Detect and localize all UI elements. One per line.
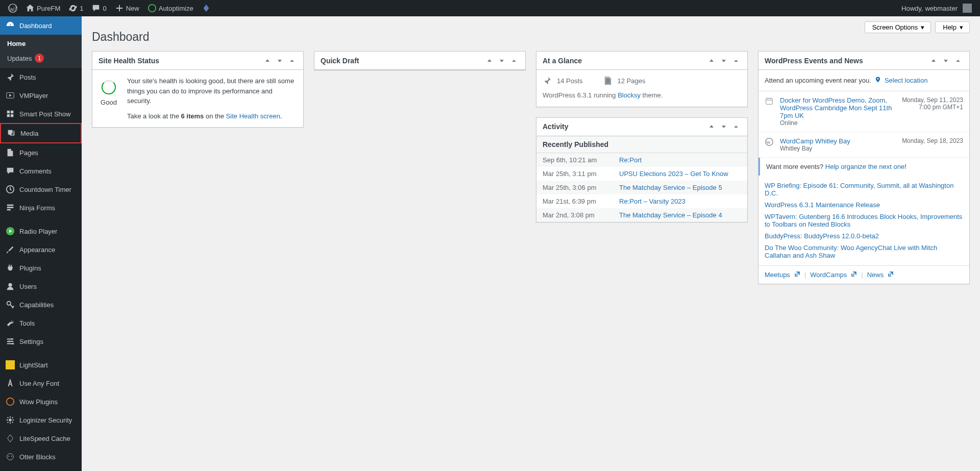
toggle-button[interactable] <box>731 56 741 66</box>
move-up-button[interactable] <box>706 56 717 66</box>
event-title-link[interactable]: Docker for WordPress Demo, Zoom, WordPre… <box>780 96 897 119</box>
sidebar-item-smart-post-show[interactable]: Smart Post Show <box>0 105 82 123</box>
toggle-button[interactable] <box>287 56 297 66</box>
sidebar-item-label: Radio Player <box>19 228 57 235</box>
sidebar-item-comments[interactable]: Comments <box>0 162 82 180</box>
activity-post-link[interactable]: Re:Port <box>619 156 642 164</box>
litespeed-bar-link[interactable] <box>198 0 215 16</box>
toggle-button[interactable] <box>731 121 741 132</box>
select-location-link[interactable]: Select location <box>885 77 928 84</box>
activity-date: Mar 21st, 6:39 pm <box>543 197 619 205</box>
svg-rect-5 <box>7 114 10 117</box>
wordcamps-link[interactable]: WordCamps <box>810 271 847 279</box>
chevron-down-icon: ▾ <box>921 23 924 31</box>
news-link-item[interactable]: BuddyPress: BuddyPress 12.0.0-beta2 <box>765 232 879 240</box>
svg-rect-9 <box>7 205 14 206</box>
toggle-button[interactable] <box>509 56 519 66</box>
move-up-button[interactable] <box>928 56 939 66</box>
activity-row: Mar 25th, 3:06 pmThe Matchday Service – … <box>536 181 747 194</box>
comment-icon <box>5 166 15 176</box>
site-health-link[interactable]: Site Health screen <box>226 112 280 120</box>
form-icon <box>5 203 15 213</box>
sidebar-item-ninjaforms[interactable]: Ninja Forms <box>0 199 82 217</box>
wp-logo[interactable] <box>4 0 21 16</box>
sidebar-item-vmplayer[interactable]: VMPlayer <box>0 86 82 105</box>
move-down-button[interactable] <box>719 121 729 132</box>
site-health-widget: Site Health Status Good Your <box>92 51 304 128</box>
move-up-button[interactable] <box>484 56 495 66</box>
updates-badge: 1 <box>35 54 44 63</box>
move-down-button[interactable] <box>941 56 951 66</box>
meetups-link[interactable]: Meetups <box>765 271 790 279</box>
comments-link[interactable]: 0 <box>87 0 110 16</box>
activity-row: Mar 21st, 6:39 pmRe:Port – Varsity 2023 <box>536 194 747 208</box>
sidebar-item-pages[interactable]: Pages <box>0 143 82 162</box>
news-link[interactable]: News <box>867 271 884 279</box>
move-down-button[interactable] <box>719 56 729 66</box>
sidebar-item-media[interactable]: Media <box>0 123 82 143</box>
want-more-events: Want more events? Help organize the next… <box>758 158 969 176</box>
sidebar-item-plugins[interactable]: Plugins <box>0 259 82 277</box>
at-a-glance-widget: At a Glance 14 Posts 12 Pages WordPress … <box>536 51 748 107</box>
sidebar-item-dashboard[interactable]: Dashboard <box>0 16 82 35</box>
activity-date: Mar 25th, 3:06 pm <box>543 184 619 191</box>
sidebar-item-updates[interactable]: Updates1 <box>0 51 82 66</box>
screen-options-button[interactable]: Screen Options▾ <box>865 21 932 33</box>
activity-post-link[interactable]: The Matchday Service – Episode 4 <box>619 211 722 219</box>
svg-point-7 <box>11 133 13 135</box>
activity-post-link[interactable]: The Matchday Service – Episode 5 <box>619 184 722 191</box>
move-up-button[interactable] <box>262 56 273 66</box>
dashboard-submenu: Home Updates1 <box>0 35 82 68</box>
svg-rect-10 <box>7 207 14 208</box>
sidebar-item-appearance[interactable]: Appearance <box>0 240 82 259</box>
event-title-link[interactable]: WordCamp Whitley Bay <box>780 137 897 145</box>
pin-icon <box>543 76 553 86</box>
sidebar-item-posts[interactable]: Posts <box>0 68 82 86</box>
event-item: WordCamp Whitley BayWhitley BayMonday, S… <box>758 132 969 158</box>
event-location: Online <box>780 119 897 127</box>
help-button[interactable]: Help▾ <box>935 21 970 33</box>
new-content-link[interactable]: New <box>111 0 143 16</box>
news-link-item[interactable]: WP Briefing: Episode 61: Community, Summ… <box>765 182 953 197</box>
activity-post-link[interactable]: Re:Port – Varsity 2023 <box>619 197 685 205</box>
gauge-icon <box>102 80 116 94</box>
page-title: Dashboard <box>92 26 970 46</box>
sidebar-item-countdown[interactable]: Countdown Timer <box>0 180 82 199</box>
move-down-button[interactable] <box>275 56 285 66</box>
sidebar-item-home[interactable]: Home <box>0 37 82 51</box>
glance-posts-link[interactable]: 14 Posts <box>543 76 583 86</box>
activity-row: Mar 25th, 3:11 pmUPSU Elections 2023 – G… <box>536 167 747 181</box>
news-link-item[interactable]: Do The Woo Community: Woo AgencyChat Liv… <box>765 244 937 259</box>
sidebar-item-radio-player[interactable]: Radio Player <box>0 222 82 240</box>
move-down-button[interactable] <box>497 56 507 66</box>
external-icon <box>794 271 800 279</box>
sidebar-item-users[interactable]: Users <box>0 277 82 294</box>
sidebar-item-label: Home <box>7 40 26 47</box>
autoptimize-link[interactable]: Autoptimize <box>143 0 198 16</box>
toggle-button[interactable] <box>953 56 963 66</box>
sidebar-item-label: Smart Post Show <box>19 110 70 118</box>
svg-rect-6 <box>11 114 13 117</box>
autoptimize-label: Autoptimize <box>159 5 193 12</box>
updates-link[interactable]: 1 <box>64 0 87 16</box>
media-icon <box>6 128 16 138</box>
screen-options-label: Screen Options <box>872 23 918 31</box>
activity-date: Sep 6th, 10:21 am <box>543 156 619 164</box>
help-organize-link[interactable]: Help organize the next one <box>825 163 904 170</box>
event-item: Docker for WordPress Demo, Zoom, WordPre… <box>758 91 969 132</box>
glance-pages-link[interactable]: 12 Pages <box>603 76 646 86</box>
howdy-account[interactable]: Howdy, webmaster <box>897 0 976 16</box>
site-name-label: PureFM <box>37 5 60 12</box>
activity-row: Mar 2nd, 3:08 pmThe Matchday Service – E… <box>536 208 747 222</box>
external-icon <box>888 271 894 279</box>
news-link-item[interactable]: WordPress 6.3.1 Maintenance Release <box>765 201 880 209</box>
move-up-button[interactable] <box>706 121 717 132</box>
avatar <box>963 4 972 13</box>
news-link-item[interactable]: WPTavern: Gutenberg 16.6 Introduces Bloc… <box>765 213 962 228</box>
activity-widget: Activity Recently Published Sep 6th, 10:… <box>536 117 748 222</box>
theme-link[interactable]: Blocksy <box>618 91 641 99</box>
activity-post-link[interactable]: UPSU Elections 2023 – Get To Know <box>619 170 728 178</box>
site-home-link[interactable]: PureFM <box>21 0 64 16</box>
activity-row: Sep 6th, 10:21 amRe:Port <box>536 153 747 167</box>
grid-icon <box>5 109 15 119</box>
